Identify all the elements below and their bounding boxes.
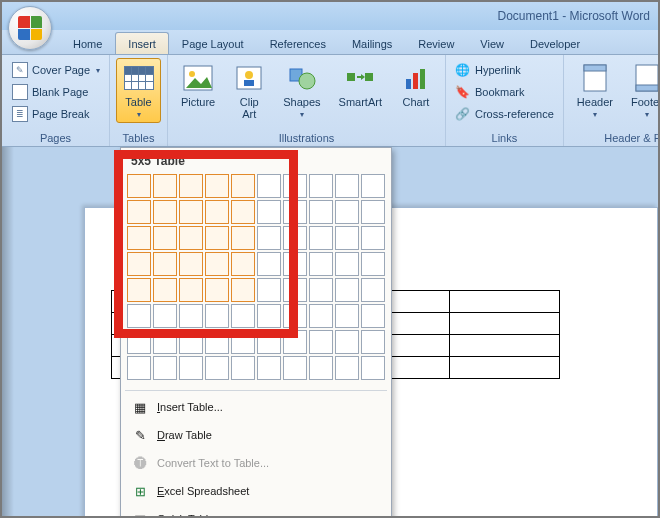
table-grid-cell[interactable] bbox=[283, 174, 307, 198]
table-grid-cell[interactable] bbox=[127, 252, 151, 276]
table-grid-cell[interactable] bbox=[153, 330, 177, 354]
table-grid-cell[interactable] bbox=[257, 226, 281, 250]
table-grid-cell[interactable] bbox=[309, 356, 333, 380]
table-grid-cell[interactable] bbox=[153, 200, 177, 224]
footer-button[interactable]: Footer ▾ bbox=[624, 58, 660, 123]
table-grid-cell[interactable] bbox=[127, 304, 151, 328]
table-cell[interactable] bbox=[450, 357, 560, 379]
clip-art-button[interactable]: ClipArt bbox=[226, 58, 272, 124]
table-size-grid[interactable] bbox=[121, 172, 391, 388]
table-cell[interactable] bbox=[450, 335, 560, 357]
cross-reference-button[interactable]: 🔗 Cross-reference bbox=[452, 104, 557, 124]
table-grid-cell[interactable] bbox=[231, 304, 255, 328]
table-grid-cell[interactable] bbox=[335, 304, 359, 328]
picture-button[interactable]: Picture bbox=[174, 58, 222, 112]
smartart-button[interactable]: SmartArt bbox=[332, 58, 389, 112]
table-grid-cell[interactable] bbox=[153, 174, 177, 198]
table-grid-cell[interactable] bbox=[205, 174, 229, 198]
table-grid-cell[interactable] bbox=[257, 356, 281, 380]
hyperlink-button[interactable]: 🌐 Hyperlink bbox=[452, 60, 557, 80]
tab-insert[interactable]: Insert bbox=[115, 32, 169, 54]
table-grid-cell[interactable] bbox=[361, 226, 385, 250]
table-grid-cell[interactable] bbox=[257, 330, 281, 354]
table-grid-cell[interactable] bbox=[231, 174, 255, 198]
chart-button[interactable]: Chart bbox=[393, 58, 439, 112]
table-grid-cell[interactable] bbox=[231, 330, 255, 354]
table-grid-cell[interactable] bbox=[153, 252, 177, 276]
tab-view[interactable]: View bbox=[467, 32, 517, 54]
table-grid-cell[interactable] bbox=[205, 252, 229, 276]
table-grid-cell[interactable] bbox=[257, 200, 281, 224]
table-grid-cell[interactable] bbox=[179, 252, 203, 276]
tab-mailings[interactable]: Mailings bbox=[339, 32, 405, 54]
table-grid-cell[interactable] bbox=[179, 330, 203, 354]
table-grid-cell[interactable] bbox=[283, 226, 307, 250]
table-grid-cell[interactable] bbox=[205, 226, 229, 250]
table-grid-cell[interactable] bbox=[309, 278, 333, 302]
table-grid-cell[interactable] bbox=[361, 330, 385, 354]
table-grid-cell[interactable] bbox=[283, 278, 307, 302]
table-grid-cell[interactable] bbox=[205, 330, 229, 354]
header-button[interactable]: Header ▾ bbox=[570, 58, 620, 123]
table-grid-cell[interactable] bbox=[309, 304, 333, 328]
table-grid-cell[interactable] bbox=[153, 226, 177, 250]
table-grid-cell[interactable] bbox=[179, 356, 203, 380]
table-grid-cell[interactable] bbox=[283, 304, 307, 328]
table-grid-cell[interactable] bbox=[283, 356, 307, 380]
table-grid-cell[interactable] bbox=[283, 330, 307, 354]
table-grid-cell[interactable] bbox=[153, 278, 177, 302]
table-grid-cell[interactable] bbox=[335, 174, 359, 198]
table-grid-cell[interactable] bbox=[127, 330, 151, 354]
table-grid-cell[interactable] bbox=[179, 226, 203, 250]
table-grid-cell[interactable] bbox=[335, 200, 359, 224]
table-grid-cell[interactable] bbox=[309, 200, 333, 224]
tab-developer[interactable]: Developer bbox=[517, 32, 593, 54]
bookmark-button[interactable]: 🔖 Bookmark bbox=[452, 82, 557, 102]
table-button[interactable]: Table ▾ bbox=[116, 58, 161, 123]
table-grid-cell[interactable] bbox=[179, 278, 203, 302]
table-grid-cell[interactable] bbox=[153, 356, 177, 380]
table-grid-cell[interactable] bbox=[309, 330, 333, 354]
table-grid-cell[interactable] bbox=[257, 278, 281, 302]
table-grid-cell[interactable] bbox=[231, 278, 255, 302]
table-grid-cell[interactable] bbox=[335, 252, 359, 276]
table-grid-cell[interactable] bbox=[127, 200, 151, 224]
tab-review[interactable]: Review bbox=[405, 32, 467, 54]
table-grid-cell[interactable] bbox=[361, 278, 385, 302]
table-grid-cell[interactable] bbox=[361, 356, 385, 380]
table-grid-cell[interactable] bbox=[127, 356, 151, 380]
table-grid-cell[interactable] bbox=[127, 174, 151, 198]
tab-references[interactable]: References bbox=[257, 32, 339, 54]
table-grid-cell[interactable] bbox=[361, 252, 385, 276]
shapes-button[interactable]: Shapes ▾ bbox=[276, 58, 327, 123]
page-break-button[interactable]: ≣ Page Break bbox=[8, 104, 104, 124]
table-grid-cell[interactable] bbox=[153, 304, 177, 328]
table-grid-cell[interactable] bbox=[309, 174, 333, 198]
table-grid-cell[interactable] bbox=[179, 200, 203, 224]
table-grid-cell[interactable] bbox=[231, 200, 255, 224]
table-grid-cell[interactable] bbox=[205, 356, 229, 380]
table-grid-cell[interactable] bbox=[361, 174, 385, 198]
draw-table-menu-item[interactable]: ✎ Draw Table bbox=[121, 421, 391, 449]
table-grid-cell[interactable] bbox=[335, 278, 359, 302]
table-grid-cell[interactable] bbox=[231, 356, 255, 380]
table-grid-cell[interactable] bbox=[205, 304, 229, 328]
table-grid-cell[interactable] bbox=[179, 174, 203, 198]
tab-page-layout[interactable]: Page Layout bbox=[169, 32, 257, 54]
cover-page-button[interactable]: ✎ Cover Page ▾ bbox=[8, 60, 104, 80]
table-grid-cell[interactable] bbox=[361, 200, 385, 224]
table-cell[interactable] bbox=[450, 313, 560, 335]
table-grid-cell[interactable] bbox=[205, 200, 229, 224]
office-button[interactable] bbox=[8, 6, 52, 50]
table-grid-cell[interactable] bbox=[231, 252, 255, 276]
table-grid-cell[interactable] bbox=[179, 304, 203, 328]
quick-tables-menu-item[interactable]: ▤ Quick Tables ▸ bbox=[121, 505, 391, 518]
table-grid-cell[interactable] bbox=[283, 200, 307, 224]
table-grid-cell[interactable] bbox=[283, 252, 307, 276]
blank-page-button[interactable]: Blank Page bbox=[8, 82, 104, 102]
table-grid-cell[interactable] bbox=[309, 252, 333, 276]
table-grid-cell[interactable] bbox=[335, 356, 359, 380]
table-grid-cell[interactable] bbox=[257, 174, 281, 198]
table-grid-cell[interactable] bbox=[127, 226, 151, 250]
table-grid-cell[interactable] bbox=[257, 304, 281, 328]
